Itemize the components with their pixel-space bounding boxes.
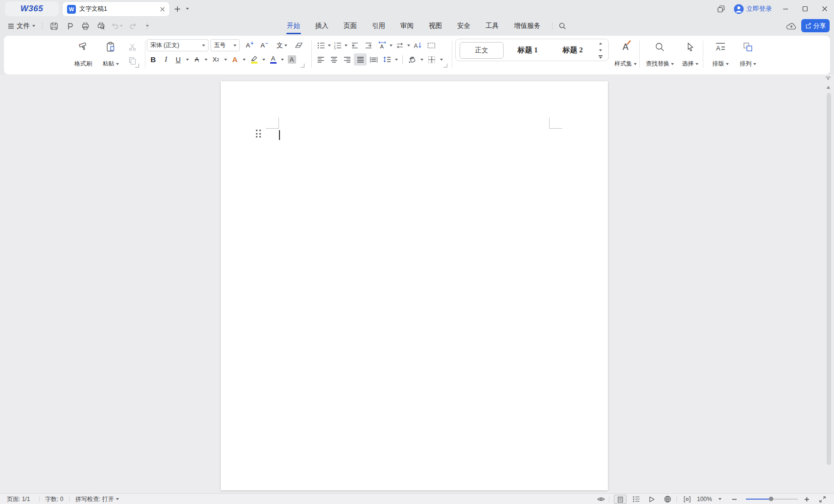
fit-page-icon[interactable]: [681, 494, 693, 504]
scroll-up-arrow[interactable]: [825, 84, 832, 90]
ruler-toggle-icon[interactable]: [824, 75, 832, 82]
bold-button[interactable]: B: [147, 53, 160, 66]
frame-button[interactable]: [425, 39, 438, 51]
document-tab[interactable]: W 文字文稿1: [63, 2, 169, 16]
text-direction-button[interactable]: A: [411, 39, 424, 51]
zoom-chevron[interactable]: [717, 494, 723, 504]
justify-button[interactable]: [354, 53, 367, 66]
play-reading-icon[interactable]: [646, 494, 658, 504]
increase-font-size-button[interactable]: A+: [243, 39, 256, 51]
tab-view[interactable]: 视图: [428, 18, 443, 34]
tab-insert[interactable]: 插入: [314, 18, 329, 34]
char-shading-button[interactable]: A: [286, 53, 298, 66]
minimize-button[interactable]: [779, 3, 792, 14]
tab-home[interactable]: 开始: [286, 18, 301, 34]
borders-button[interactable]: [425, 53, 438, 66]
align-right-button[interactable]: [341, 53, 353, 66]
select-button[interactable]: 选择: [678, 39, 702, 69]
align-left-button[interactable]: [314, 53, 327, 66]
highlight-button[interactable]: [248, 53, 260, 66]
superscript-button[interactable]: X2: [209, 53, 222, 66]
chevron-down-icon[interactable]: [328, 45, 331, 46]
cloud-upload-icon[interactable]: [785, 20, 798, 32]
phonetic-guide-button[interactable]: 文: [273, 39, 291, 51]
tab-vas[interactable]: 增值服务: [513, 18, 541, 34]
style-set-button[interactable]: A 样式集: [612, 39, 639, 69]
strikethrough-button[interactable]: A: [191, 53, 203, 66]
chevron-down-icon[interactable]: [407, 45, 410, 46]
chevron-down-icon[interactable]: [440, 59, 443, 61]
distribute-button[interactable]: [367, 53, 380, 66]
share-button[interactable]: 分享: [801, 19, 830, 32]
chevron-down-icon[interactable]: [281, 59, 284, 61]
search-icon[interactable]: [557, 21, 568, 31]
tab-close-icon[interactable]: [160, 7, 165, 12]
multi-window-icon[interactable]: [716, 3, 726, 14]
eye-protection-icon[interactable]: [595, 494, 607, 504]
chevron-down-icon[interactable]: [205, 59, 208, 61]
page[interactable]: [221, 81, 608, 490]
paragraph-drag-handle[interactable]: [256, 130, 261, 137]
clipboard-dialog-launcher[interactable]: [135, 64, 139, 68]
chevron-down-icon[interactable]: [345, 45, 348, 46]
redo-icon[interactable]: [127, 20, 139, 32]
spell-check-status[interactable]: 拼写检查: 打开: [75, 494, 119, 504]
chevron-down-icon[interactable]: [224, 59, 227, 61]
zoom-out-button[interactable]: [729, 494, 739, 504]
chevron-down-icon[interactable]: [262, 59, 265, 61]
italic-button[interactable]: I: [160, 53, 172, 66]
style-heading1[interactable]: 标题 1: [506, 42, 550, 58]
paste-button[interactable]: 粘贴: [99, 39, 122, 69]
new-tab-button[interactable]: [172, 4, 182, 14]
qat-more-chevron[interactable]: [143, 20, 152, 32]
styles-more-button[interactable]: [597, 54, 604, 60]
chevron-down-icon[interactable]: [186, 59, 189, 61]
chevron-down-icon[interactable]: [420, 59, 423, 61]
export-pdf-icon[interactable]: [64, 20, 75, 32]
tab-page[interactable]: 页面: [343, 18, 358, 34]
save-icon[interactable]: [48, 20, 60, 32]
zoom-slider-track[interactable]: [746, 499, 771, 500]
zoom-slider-handle[interactable]: [769, 497, 773, 501]
numbered-list-button[interactable]: 123: [332, 39, 344, 51]
login-link[interactable]: 立即登录: [746, 0, 772, 18]
chevron-down-icon[interactable]: [243, 59, 246, 61]
page-indicator[interactable]: 页面: 1/1: [7, 494, 30, 504]
avatar[interactable]: [733, 3, 744, 14]
cut-icon[interactable]: [126, 42, 138, 52]
zoom-in-button[interactable]: [802, 494, 811, 504]
font-size-select[interactable]: 五号: [210, 39, 240, 51]
char-width-button[interactable]: A: [376, 39, 389, 51]
clear-format-button[interactable]: [292, 39, 305, 51]
font-color-button[interactable]: A: [267, 53, 279, 66]
wrap-settings-button[interactable]: [394, 39, 406, 51]
tab-tools[interactable]: 工具: [485, 18, 500, 34]
page-view-icon[interactable]: [614, 495, 626, 504]
vertical-scrollbar[interactable]: [827, 93, 831, 465]
web-view-icon[interactable]: [662, 494, 673, 504]
tab-security[interactable]: 安全: [456, 18, 471, 34]
chevron-down-icon[interactable]: [390, 45, 393, 46]
typeset-button[interactable]: A 排版: [708, 39, 733, 69]
chevron-down-icon[interactable]: [395, 59, 398, 61]
file-menu[interactable]: 文件: [8, 18, 35, 34]
wps-logo[interactable]: W365: [5, 1, 59, 16]
paragraph-dialog-launcher[interactable]: [443, 64, 447, 68]
styles-scroll-down[interactable]: [597, 47, 604, 53]
word-count[interactable]: 字数: 0: [45, 494, 63, 504]
increase-indent-button[interactable]: [362, 39, 375, 51]
tab-list-chevron[interactable]: [184, 6, 191, 12]
style-heading2[interactable]: 标题 2: [551, 42, 595, 58]
font-name-select[interactable]: 宋体 (正文): [147, 39, 208, 51]
undo-icon[interactable]: [111, 20, 123, 32]
find-replace-button[interactable]: 查找替换: [643, 39, 676, 69]
tab-review[interactable]: 审阅: [399, 18, 415, 34]
fullscreen-icon[interactable]: [816, 494, 828, 504]
underline-button[interactable]: U: [172, 53, 184, 66]
bullet-list-button[interactable]: [315, 39, 327, 51]
tab-references[interactable]: 引用: [371, 18, 386, 34]
font-dialog-launcher[interactable]: [301, 64, 304, 68]
decrease-indent-button[interactable]: [348, 39, 361, 51]
shading-button[interactable]: [406, 53, 418, 66]
close-button[interactable]: [818, 3, 831, 14]
